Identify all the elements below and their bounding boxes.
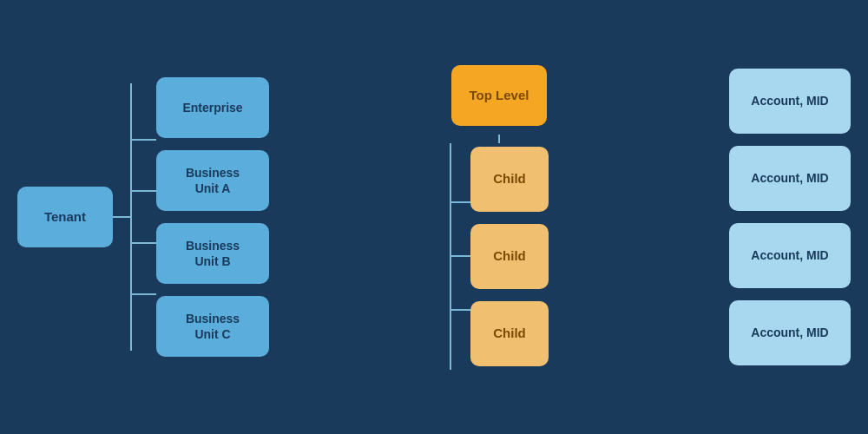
left-tree: Enterprise BusinessUnit A BusinessUnit B… — [130, 77, 269, 357]
business-unit-a-box: BusinessUnit A — [156, 150, 269, 211]
business-unit-b-label: BusinessUnit B — [186, 238, 240, 269]
tenant-label: Tenant — [44, 208, 86, 226]
child-label-1: Child — [493, 170, 526, 187]
children-column: Child Child Child — [470, 147, 549, 366]
child-box-3: Child — [470, 301, 549, 366]
child-branch-2 — [451, 255, 470, 257]
account-label-1: Account, MID — [751, 93, 828, 108]
business-unit-c-label: BusinessUnit C — [186, 311, 240, 342]
branch-line-3 — [132, 242, 156, 244]
child-branch-1 — [451, 201, 470, 203]
child-box-1: Child — [470, 147, 549, 212]
branch-line-1 — [132, 139, 156, 141]
accounts-column: Account, MID Account, MID Account, MID A… — [729, 69, 851, 365]
children-tree: Child Child Child — [450, 143, 549, 370]
account-box-3: Account, MID — [729, 223, 851, 288]
branch-line-2 — [132, 190, 156, 192]
units-column: Enterprise BusinessUnit A BusinessUnit B… — [156, 77, 269, 357]
business-unit-a-label: BusinessUnit A — [186, 165, 240, 196]
tenant-connector — [113, 216, 130, 218]
child-label-3: Child — [493, 325, 526, 342]
children-bracket — [450, 143, 470, 370]
enterprise-box: Enterprise — [156, 77, 269, 138]
business-unit-b-box: BusinessUnit B — [156, 223, 269, 284]
account-label-4: Account, MID — [751, 325, 828, 340]
branch-line-4 — [132, 293, 156, 295]
account-label-2: Account, MID — [751, 170, 828, 186]
children-branch-lines — [451, 143, 470, 370]
tenant-box: Tenant — [17, 187, 113, 247]
account-box-4: Account, MID — [729, 300, 851, 365]
top-level-label: Top Level — [470, 87, 529, 104]
account-box-2: Account, MID — [729, 146, 851, 211]
account-label-3: Account, MID — [751, 247, 828, 263]
child-branch-3 — [451, 309, 470, 311]
business-unit-c-box: BusinessUnit C — [156, 296, 269, 357]
left-branch-lines — [132, 83, 156, 351]
top-level-down-connector — [498, 135, 500, 143]
enterprise-label: Enterprise — [182, 100, 242, 115]
account-box-1: Account, MID — [729, 69, 851, 134]
child-label-2: Child — [493, 247, 526, 265]
tenant-section: Tenant — [17, 187, 130, 247]
child-box-2: Child — [470, 224, 549, 289]
hierarchy-section: Top Level Child Child — [450, 65, 549, 370]
top-level-box: Top Level — [451, 65, 547, 126]
left-bracket — [130, 83, 156, 351]
diagram: Tenant Enterprise BusinessUnit A — [17, 22, 851, 412]
